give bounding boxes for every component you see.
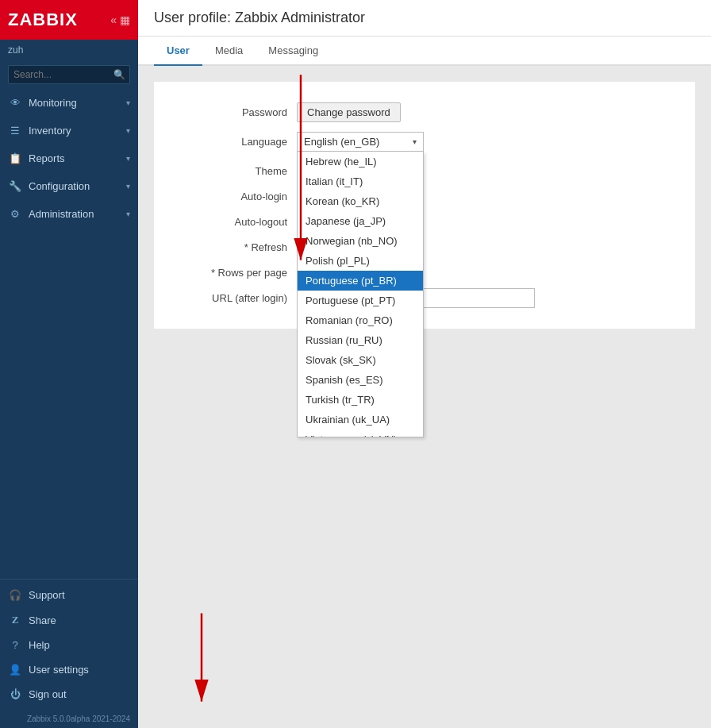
tab-messaging[interactable]: Messaging xyxy=(256,37,331,66)
autologin-row: Auto-login xyxy=(154,182,695,207)
language-option[interactable]: Ukrainian (uk_UA) xyxy=(298,410,423,429)
language-dropdown[interactable]: Hebrew (he_IL)Italian (it_IT)Korean (ko_… xyxy=(297,152,424,437)
language-option[interactable]: Vietnamese (vi_VN) xyxy=(298,429,423,437)
language-option[interactable]: Korean (ko_KR) xyxy=(298,191,423,211)
language-option[interactable]: Romanian (ro_RO) xyxy=(298,310,423,330)
page-header: User profile: Zabbix Administrator xyxy=(138,0,711,37)
chevron-down-icon: ▾ xyxy=(126,182,130,191)
theme-row: Theme xyxy=(154,156,695,182)
autologin-label: Auto-login xyxy=(170,187,297,202)
language-option[interactable]: Italian (it_IT) xyxy=(298,171,423,191)
tab-user[interactable]: User xyxy=(154,37,202,66)
sidebar-item-label: Inventory xyxy=(29,125,71,137)
password-label: Password xyxy=(170,102,297,118)
tab-media[interactable]: Media xyxy=(202,37,256,66)
language-option[interactable]: Portuguese (pt_BR) xyxy=(298,271,423,291)
sidebar-bottom: 🎧 Support Z Share ? Help 👤 User settings… xyxy=(0,579,138,710)
refresh-row: * Refresh xyxy=(154,233,695,258)
change-password-button[interactable]: Change password xyxy=(297,102,401,122)
password-control: Change password xyxy=(297,102,679,122)
sidebar-item-label: Monitoring xyxy=(29,97,77,109)
configuration-icon: 🔧 xyxy=(8,180,22,192)
autologout-row: Auto-logout xyxy=(154,207,695,233)
sidebar-item-label: Administration xyxy=(29,208,94,220)
main-body: Password Change password Language Englis… xyxy=(138,66,711,728)
sidebar-bottom-label: Share xyxy=(29,614,56,626)
user-icon: 👤 xyxy=(8,664,22,676)
logo: ZABBIX xyxy=(8,10,78,30)
sidebar-footer: Zabbix 5.0.0alpha 2021-2024 xyxy=(0,710,138,728)
grid-icon[interactable]: ▦ xyxy=(120,13,130,26)
language-select-wrapper: English (en_GB) ▾ Hebrew (he_IL)Italian … xyxy=(297,132,424,152)
sidebar-bottom-label: Sign out xyxy=(29,688,67,700)
chevron-down-icon: ▾ xyxy=(126,98,130,107)
language-select[interactable]: English (en_GB) ▾ xyxy=(297,132,424,152)
sidebar-item-user-settings[interactable]: 👤 User settings xyxy=(0,657,138,682)
sidebar-item-sign-out[interactable]: ⏻ Sign out xyxy=(0,682,138,707)
language-control: English (en_GB) ▾ Hebrew (he_IL)Italian … xyxy=(297,132,679,152)
share-icon: Z xyxy=(8,614,22,626)
version-text: Zabbix 5.0.0alpha 2021-2024 xyxy=(27,715,130,723)
sidebar-item-reports[interactable]: 📋 Reports ▾ xyxy=(0,144,138,172)
password-row: Password Change password xyxy=(154,98,695,127)
language-option[interactable]: Polish (pl_PL) xyxy=(298,251,423,271)
reports-icon: 📋 xyxy=(8,152,22,164)
language-option[interactable]: Russian (ru_RU) xyxy=(298,330,423,350)
sidebar-bottom-label: Help xyxy=(29,639,50,651)
form-panel: Password Change password Language Englis… xyxy=(154,82,695,329)
sidebar-item-label: Reports xyxy=(29,152,65,164)
rows-per-page-row: * Rows per page xyxy=(154,258,695,283)
sidebar-item-support[interactable]: 🎧 Support xyxy=(0,583,138,607)
sidebar-item-configuration[interactable]: 🔧 Configuration ▾ xyxy=(0,172,138,200)
refresh-label: * Refresh xyxy=(170,237,297,253)
language-option[interactable]: Portuguese (pt_PT) xyxy=(298,291,423,310)
sidebar-item-share[interactable]: Z Share xyxy=(0,607,138,633)
chevron-down-icon: ▾ xyxy=(126,154,130,163)
sidebar-search-wrapper: 🔍 xyxy=(0,60,138,89)
sidebar-user: zuh xyxy=(0,40,138,60)
monitoring-icon: 👁 xyxy=(8,97,22,109)
logo-area: ZABBIX « ▦ xyxy=(0,0,138,40)
sidebar-item-monitoring[interactable]: 👁 Monitoring ▾ xyxy=(0,89,138,117)
chevron-down-icon: ▾ xyxy=(126,126,130,135)
language-row: Language English (en_GB) ▾ Hebrew (he_IL… xyxy=(154,127,695,156)
language-option[interactable]: Slovak (sk_SK) xyxy=(298,350,423,370)
main-content: User profile: Zabbix Administrator User … xyxy=(138,0,711,728)
inventory-icon: ☰ xyxy=(8,125,22,137)
sidebar-item-inventory[interactable]: ☰ Inventory ▾ xyxy=(0,117,138,144)
language-option[interactable]: Japanese (ja_JP) xyxy=(298,211,423,231)
language-option[interactable]: Turkish (tr_TR) xyxy=(298,390,423,410)
language-option[interactable]: Norwegian (nb_NO) xyxy=(298,231,423,251)
tabs-bar: User Media Messaging xyxy=(138,37,711,66)
autologout-label: Auto-logout xyxy=(170,212,297,228)
collapse-icon[interactable]: « xyxy=(110,13,117,26)
url-row: URL (after login) xyxy=(154,283,695,313)
language-option[interactable]: Hebrew (he_IL) xyxy=(298,152,423,171)
help-icon: ? xyxy=(8,639,22,651)
power-icon: ⏻ xyxy=(8,688,22,700)
search-input[interactable] xyxy=(8,65,130,84)
administration-icon: ⚙ xyxy=(8,208,22,220)
chevron-down-icon: ▾ xyxy=(126,210,130,218)
collapse-icons: « ▦ xyxy=(110,13,130,26)
language-label: Language xyxy=(170,132,297,148)
url-label: URL (after login) xyxy=(170,288,297,304)
theme-label: Theme xyxy=(170,161,297,177)
sidebar-bottom-label: User settings xyxy=(29,664,89,676)
search-icon: 🔍 xyxy=(113,69,125,80)
sidebar-bottom-label: Support xyxy=(29,589,65,601)
sidebar: ZABBIX « ▦ zuh 🔍 👁 Monitoring ▾ ☰ Invent… xyxy=(0,0,138,728)
sidebar-nav: 👁 Monitoring ▾ ☰ Inventory ▾ 📋 Reports ▾… xyxy=(0,89,138,579)
sidebar-item-label: Configuration xyxy=(29,180,90,192)
sidebar-item-help[interactable]: ? Help xyxy=(0,633,138,657)
sidebar-item-administration[interactable]: ⚙ Administration ▾ xyxy=(0,200,138,228)
rows-per-page-label: * Rows per page xyxy=(170,263,297,279)
page-title: User profile: Zabbix Administrator xyxy=(154,10,695,26)
chevron-down-icon: ▾ xyxy=(413,137,417,146)
support-icon: 🎧 xyxy=(8,589,22,601)
selected-language-text: English (en_GB) xyxy=(304,136,379,148)
language-option[interactable]: Spanish (es_ES) xyxy=(298,370,423,390)
